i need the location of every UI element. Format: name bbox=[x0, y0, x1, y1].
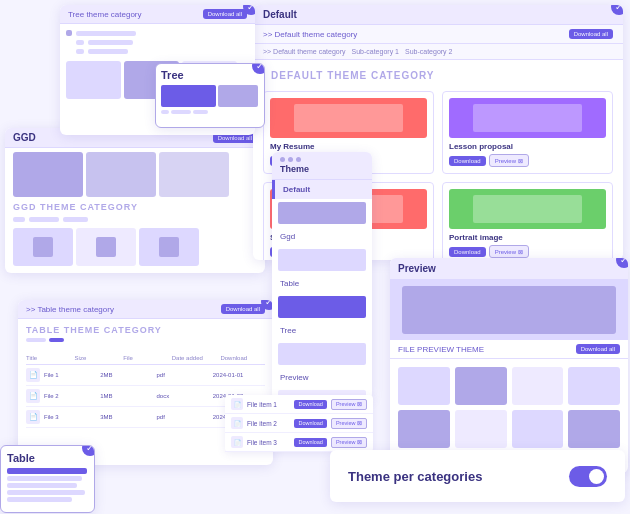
table-label-card: ✓ Table bbox=[0, 445, 95, 513]
file-size: 2MB bbox=[100, 372, 152, 378]
sidebar-item-table[interactable]: Table bbox=[272, 274, 372, 293]
theme-categories-bar: Theme per categories bbox=[330, 450, 625, 502]
default-download-btn[interactable]: Download all bbox=[569, 29, 613, 39]
table-label-title: Table bbox=[7, 452, 88, 464]
default-cat-header: >> Default theme category bbox=[263, 30, 357, 39]
ggd-card-title: GGD bbox=[13, 132, 36, 143]
file-items-list: 📄 File item 1 Download Preview ⊠ 📄 File … bbox=[225, 395, 373, 452]
file-item-3-preview[interactable]: Preview ⊠ bbox=[331, 437, 367, 448]
sidebar-item-preview[interactable]: Preview bbox=[272, 368, 372, 387]
file-item-icon-3: 📄 bbox=[231, 436, 243, 448]
col-file: File bbox=[123, 355, 168, 361]
file-icon-3: 📄 bbox=[26, 410, 40, 424]
theme-toggle[interactable] bbox=[569, 466, 607, 487]
template-item-lesson: Lesson proposal Download Preview ⊠ bbox=[442, 91, 613, 174]
file-size-3: 3MB bbox=[100, 414, 152, 420]
portrait-download-btn[interactable]: Download bbox=[449, 247, 486, 257]
preview-thumb-6 bbox=[455, 410, 507, 448]
preview-thumb-7 bbox=[512, 410, 564, 448]
file-item-icon-1: 📄 bbox=[231, 398, 243, 410]
file-icon-2: 📄 bbox=[26, 389, 40, 403]
table-section-title: TABLE THEME CATEGORY bbox=[26, 322, 265, 338]
col-date: Date added bbox=[172, 355, 217, 361]
preview-thumb-5 bbox=[398, 410, 450, 448]
ggd-section-title: GGD THEME CATEGORY bbox=[13, 200, 257, 215]
default-card-title: Default bbox=[263, 9, 297, 20]
file-type-2: docx bbox=[157, 393, 209, 399]
file-item-name-3: File item 3 bbox=[247, 439, 277, 446]
default-section-title: DEFAULT THEME CATEGORY bbox=[263, 66, 613, 85]
sidebar-item-tree[interactable]: Tree bbox=[272, 321, 372, 340]
file-item-name-2: File item 2 bbox=[247, 420, 277, 427]
file-name-3: File 3 bbox=[44, 414, 96, 420]
file-item-name-1: File item 1 bbox=[247, 401, 277, 408]
theme-sidebar-card: Theme Default Ggd Table Tree Preview bbox=[272, 152, 372, 400]
template-name-resume: My Resume bbox=[270, 142, 427, 151]
ggd-theme-card: ✓ GGD Download all GGD THEME CATEGORY bbox=[5, 128, 265, 273]
col-title: Title bbox=[26, 355, 71, 361]
file-item-icon-2: 📄 bbox=[231, 417, 243, 429]
sidebar-item-default[interactable]: Default bbox=[272, 180, 372, 199]
file-item-1-download[interactable]: Download bbox=[294, 400, 326, 409]
table-cat-header: >> Table theme category bbox=[26, 305, 114, 314]
col-dl: Download bbox=[220, 355, 265, 361]
preview-theme-card: ✓ Preview FILE PREVIEW THEME Download al… bbox=[390, 258, 628, 473]
preview-download-btn[interactable]: Download all bbox=[576, 344, 620, 354]
default-nav-item-2[interactable]: Sub-category 1 bbox=[352, 48, 399, 55]
theme-bar-label: Theme per categories bbox=[348, 469, 482, 484]
tree-download-all-btn[interactable]: Download all bbox=[203, 9, 247, 19]
file-item-2: 📄 File item 2 Download Preview ⊠ bbox=[225, 414, 373, 433]
preview-thumb-4 bbox=[568, 367, 620, 405]
file-name: File 1 bbox=[44, 372, 96, 378]
theme-sidebar-title: Theme bbox=[280, 164, 309, 174]
template-name-portrait: Portrait image bbox=[449, 233, 606, 242]
tree-card-header: Tree theme category Download all bbox=[60, 5, 255, 24]
file-item-1-preview[interactable]: Preview ⊠ bbox=[331, 399, 367, 410]
sidebar-item-ggd[interactable]: Ggd bbox=[272, 227, 372, 246]
file-item-3-download[interactable]: Download bbox=[294, 438, 326, 447]
file-item-2-download[interactable]: Download bbox=[294, 419, 326, 428]
preview-thumb-8 bbox=[568, 410, 620, 448]
lesson-download-btn[interactable]: Download bbox=[449, 156, 486, 166]
file-item-1: 📄 File item 1 Download Preview ⊠ bbox=[225, 395, 373, 414]
template-name-lesson: Lesson proposal bbox=[449, 142, 606, 151]
file-type: pdf bbox=[157, 372, 209, 378]
tree-card-title: Tree theme category bbox=[68, 10, 142, 19]
preview-thumb-2 bbox=[455, 367, 507, 405]
template-item-portrait: Portrait image Download Preview ⊠ bbox=[442, 182, 613, 260]
file-icon: 📄 bbox=[26, 368, 40, 382]
preview-thumb-3 bbox=[512, 367, 564, 405]
file-type-3: pdf bbox=[157, 414, 209, 420]
preview-thumb-1 bbox=[398, 367, 450, 405]
default-nav-item-3[interactable]: Sub-category 2 bbox=[405, 48, 452, 55]
default-nav-item-1[interactable]: >> Default theme category bbox=[263, 48, 346, 55]
preview-section-label: FILE PREVIEW THEME bbox=[398, 345, 484, 354]
table-download-btn[interactable]: Download all bbox=[221, 304, 265, 314]
file-name-2: File 2 bbox=[44, 393, 96, 399]
tree-label-card: ✓ Tree bbox=[155, 63, 265, 128]
file-date: 2024-01-01 bbox=[213, 372, 265, 378]
table-row: 📄 File 1 2MB pdf 2024-01-01 bbox=[26, 365, 265, 386]
portrait-preview-btn[interactable]: Preview ⊠ bbox=[489, 245, 529, 258]
col-size: Size bbox=[75, 355, 120, 361]
preview-card-title: Preview bbox=[398, 263, 436, 274]
file-item-2-preview[interactable]: Preview ⊠ bbox=[331, 418, 367, 429]
file-size-2: 1MB bbox=[100, 393, 152, 399]
lesson-preview-btn[interactable]: Preview ⊠ bbox=[489, 154, 529, 167]
tree-label-title: Tree bbox=[161, 69, 259, 81]
